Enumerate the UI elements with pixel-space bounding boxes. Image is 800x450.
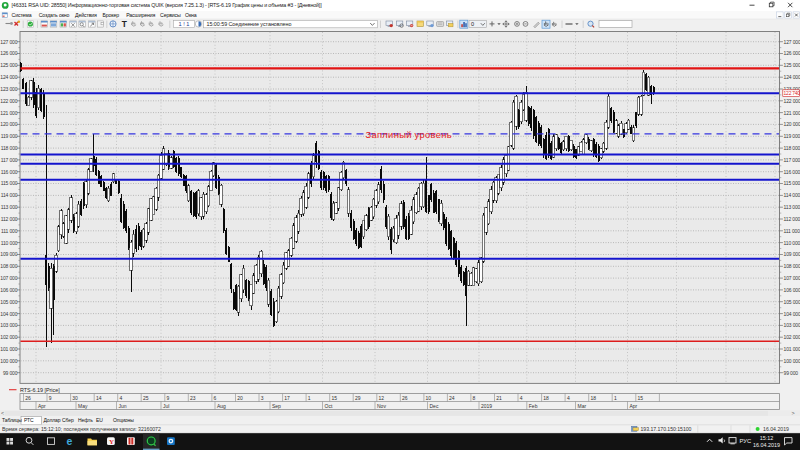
svg-text:[46331 RSA UID: 28550] Информ: [46331 RSA UID: 28550] Информационно-тор… bbox=[12, 2, 323, 8]
svg-text:26: 26 bbox=[402, 395, 408, 401]
svg-text:3: 3 bbox=[261, 395, 264, 401]
svg-text:105 000: 105 000 bbox=[0, 299, 17, 305]
svg-text:113 000: 113 000 bbox=[1, 204, 18, 210]
svg-text:116 000: 116 000 bbox=[784, 169, 800, 175]
svg-text:125 000: 125 000 bbox=[0, 62, 17, 68]
svg-text:Опционы: Опционы bbox=[113, 417, 134, 423]
svg-text:117 000: 117 000 bbox=[784, 157, 800, 163]
svg-text:114 000: 114 000 bbox=[784, 192, 800, 198]
svg-text:115 000: 115 000 bbox=[1, 180, 18, 186]
svg-text:123 000: 123 000 bbox=[0, 86, 17, 92]
svg-text:127 000: 127 000 bbox=[784, 39, 800, 45]
svg-text:Feb: Feb bbox=[529, 403, 538, 409]
svg-text:15: 15 bbox=[638, 395, 644, 401]
svg-text:126 000: 126 000 bbox=[0, 50, 17, 56]
svg-text:18: 18 bbox=[543, 395, 549, 401]
svg-text:102 000: 102 000 bbox=[784, 334, 800, 340]
svg-text:Jul: Jul bbox=[163, 403, 169, 409]
svg-text:RTS-6.19 [Price]: RTS-6.19 [Price] bbox=[20, 387, 60, 393]
svg-text:100 000: 100 000 bbox=[784, 358, 800, 364]
svg-text:Нефть: Нефть bbox=[78, 417, 93, 423]
svg-text:121 000: 121 000 bbox=[784, 110, 800, 116]
svg-text:23: 23 bbox=[190, 395, 196, 401]
svg-text:12: 12 bbox=[378, 395, 384, 401]
svg-text:101 000: 101 000 bbox=[0, 346, 17, 352]
svg-text:120 000: 120 000 bbox=[0, 121, 17, 127]
svg-text:25: 25 bbox=[143, 395, 149, 401]
svg-text:24: 24 bbox=[449, 395, 455, 401]
svg-text:Брокер: Брокер bbox=[103, 12, 120, 18]
svg-text:Система: Система bbox=[12, 12, 32, 18]
svg-text:104 000: 104 000 bbox=[0, 311, 17, 317]
svg-text:16.04.2019: 16.04.2019 bbox=[753, 442, 780, 448]
svg-text:121 000: 121 000 bbox=[0, 110, 17, 116]
svg-text:Расширения: Расширения bbox=[126, 12, 155, 18]
svg-text:May: May bbox=[78, 403, 88, 409]
svg-text:EU: EU bbox=[96, 417, 103, 423]
svg-text:Сбер: Сбер bbox=[62, 417, 74, 423]
svg-text:Создать окно: Создать окно bbox=[39, 12, 70, 18]
svg-text:122 740: 122 740 bbox=[784, 91, 800, 96]
svg-text:4: 4 bbox=[520, 395, 523, 401]
svg-text:103 000: 103 000 bbox=[784, 322, 800, 328]
svg-text:14: 14 bbox=[96, 395, 102, 401]
svg-text:T: T bbox=[122, 19, 128, 29]
svg-text:16.04.2019: 16.04.2019 bbox=[763, 426, 789, 432]
svg-text:4: 4 bbox=[567, 395, 570, 401]
svg-text:127 000: 127 000 bbox=[0, 39, 17, 45]
svg-text:Сервисы: Сервисы bbox=[160, 12, 181, 18]
svg-text:Jun: Jun bbox=[119, 403, 127, 409]
svg-text:15: 15 bbox=[331, 395, 337, 401]
svg-text:115 000: 115 000 bbox=[784, 180, 800, 186]
svg-text:Apr: Apr bbox=[38, 403, 46, 409]
svg-text:Mar: Mar bbox=[578, 403, 587, 409]
svg-text:18: 18 bbox=[590, 395, 596, 401]
svg-text:109 000: 109 000 bbox=[0, 251, 17, 257]
svg-text:118 000: 118 000 bbox=[784, 145, 800, 151]
svg-text:20: 20 bbox=[237, 395, 243, 401]
svg-text:Y: Y bbox=[109, 438, 114, 446]
svg-text:Oct: Oct bbox=[325, 403, 333, 409]
svg-text:Время сервера: 15:12:10; после: Время сервера: 15:12:10; последняя получ… bbox=[2, 426, 161, 432]
svg-text:Apr: Apr bbox=[630, 403, 638, 409]
svg-text:104 000: 104 000 bbox=[784, 311, 800, 317]
svg-text:122 000: 122 000 bbox=[784, 98, 800, 104]
svg-text:100 000: 100 000 bbox=[0, 358, 17, 364]
svg-text:29: 29 bbox=[355, 395, 361, 401]
svg-text:Nov: Nov bbox=[377, 403, 386, 409]
svg-text:122 000: 122 000 bbox=[0, 98, 17, 104]
svg-text:1: 1 bbox=[614, 395, 617, 401]
svg-text:0: 0 bbox=[471, 21, 474, 27]
svg-text:<: < bbox=[1, 410, 4, 416]
svg-text:30: 30 bbox=[72, 395, 78, 401]
svg-text:112 000: 112 000 bbox=[1, 216, 18, 222]
svg-text:126 000: 126 000 bbox=[784, 50, 800, 56]
svg-text:6: 6 bbox=[214, 395, 217, 401]
svg-text:Заплиный уровень: Заплиный уровень bbox=[366, 129, 452, 140]
svg-text:15:12: 15:12 bbox=[760, 435, 774, 441]
svg-text:Таблицы: Таблицы bbox=[2, 417, 22, 423]
svg-text:119 000: 119 000 bbox=[1, 133, 18, 139]
svg-text:124 000: 124 000 bbox=[784, 74, 800, 80]
svg-text:10: 10 bbox=[426, 395, 432, 401]
svg-text:105 000: 105 000 bbox=[784, 299, 800, 305]
svg-text:1 ! 1: 1 ! 1 bbox=[179, 21, 190, 27]
svg-text:РТС: РТС bbox=[24, 417, 34, 423]
svg-text:99 000: 99 000 bbox=[784, 370, 799, 376]
svg-text:15:00:59 Соединение установлен: 15:00:59 Соединение установлено bbox=[207, 21, 292, 27]
svg-text:9: 9 bbox=[167, 395, 170, 401]
svg-text:17: 17 bbox=[284, 395, 290, 401]
svg-text:110 000: 110 000 bbox=[784, 240, 800, 246]
svg-text:111 000: 111 000 bbox=[784, 228, 800, 234]
svg-text:Sep: Sep bbox=[272, 403, 281, 409]
svg-text:193.17.170.150:15100: 193.17.170.150:15100 bbox=[641, 426, 692, 432]
svg-text:Aug: Aug bbox=[217, 403, 226, 409]
svg-text:2019: 2019 bbox=[481, 403, 492, 409]
svg-text:РУС: РУС bbox=[740, 438, 752, 444]
svg-text:110 000: 110 000 bbox=[1, 240, 18, 246]
svg-text:124 000: 124 000 bbox=[0, 74, 17, 80]
svg-text:1: 1 bbox=[308, 395, 311, 401]
svg-text:102 000: 102 000 bbox=[0, 334, 17, 340]
svg-text:>: > bbox=[792, 410, 795, 416]
svg-text:109 000: 109 000 bbox=[784, 251, 800, 257]
